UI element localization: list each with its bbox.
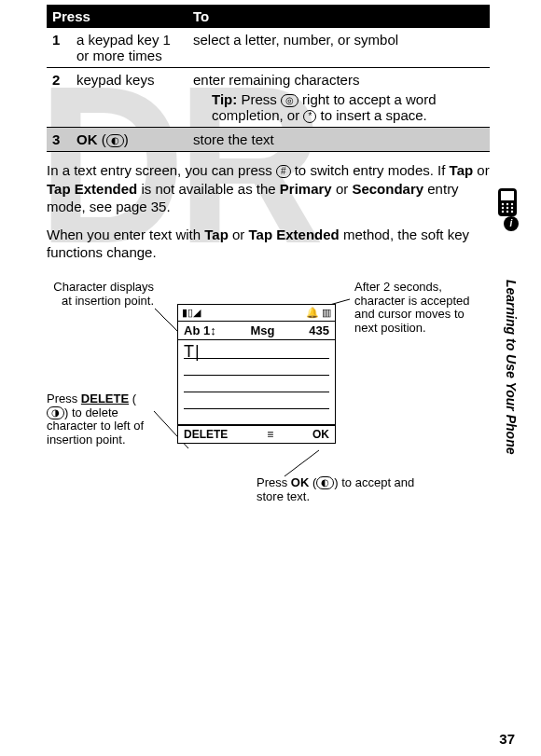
paragraph: When you enter text with Tap or Tap Exte… — [47, 226, 490, 262]
right-softkey-label: OK — [312, 428, 329, 441]
table-header-row: Press To — [47, 5, 490, 28]
tap-extended-label: Tap Extended — [249, 227, 340, 242]
to-text: enter remaining characters — [193, 72, 359, 88]
hash-key-icon: # — [276, 165, 291, 178]
text: ( — [129, 392, 136, 405]
status-bar: ▮▯◢ 🔔 ▥ — [178, 305, 335, 322]
primary-label: Primary — [280, 181, 332, 197]
text: Press — [47, 392, 81, 405]
to-cell: enter remaining characters Tip: Press ◎ … — [187, 68, 490, 128]
menu-softkey-icon: ≡ — [267, 428, 273, 441]
text: or — [229, 227, 249, 242]
press-cell: a keypad key 1 or more times — [71, 28, 187, 68]
press-cell: OK (◐) — [71, 128, 187, 152]
tip-label: Tip: — [212, 91, 237, 107]
header-to: To — [187, 5, 490, 28]
mode-icon: ↕ — [210, 323, 216, 337]
text: When you enter text with — [47, 227, 204, 242]
ring-icon: 🔔 — [306, 307, 319, 318]
nav-key-icon: ◎ — [281, 94, 298, 107]
paren: ( — [98, 131, 106, 147]
char-count: 435 — [309, 323, 329, 337]
right-softkey-icon: ◐ — [316, 476, 334, 489]
text: or — [332, 181, 353, 197]
text: or — [473, 162, 490, 178]
step-number: 1 — [47, 28, 71, 68]
table-row: 2 keypad keys enter remaining characters… — [47, 68, 490, 128]
mode-text: Ab 1 — [184, 323, 210, 337]
instructions-table: Press To 1 a keypad key 1 or more times … — [47, 5, 490, 152]
message-body: T| — [178, 340, 335, 424]
paren: ) — [124, 131, 129, 147]
step-number: 3 — [47, 128, 71, 152]
text: Press — [257, 475, 291, 489]
text: ( — [309, 475, 316, 489]
ok-label: OK — [76, 131, 98, 147]
callout-cursor-advance: After 2 seconds, character is accepted a… — [354, 281, 476, 337]
delete-label: DELETE — [81, 392, 129, 405]
svg-line-3 — [284, 450, 319, 476]
ok-label: OK — [291, 475, 310, 489]
right-softkey-icon: ◐ — [106, 134, 124, 147]
battery-icon: ▥ — [322, 307, 331, 318]
step-number: 2 — [47, 68, 71, 128]
tap-extended-label: Tap Extended — [47, 181, 137, 197]
figure-area: Character displays at insertion point. P… — [47, 281, 490, 560]
main-content: Press To 1 a keypad key 1 or more times … — [0, 0, 541, 560]
cursor: | — [195, 342, 201, 361]
text: is not available as the — [137, 181, 280, 197]
header-press: Press — [47, 5, 187, 28]
signal-icon: ▮▯◢ — [182, 307, 201, 319]
tap-label: Tap — [450, 162, 474, 178]
press-cell: keypad keys — [71, 68, 187, 128]
callout-insertion-point: Character displays at insertion point. — [47, 281, 154, 309]
softkey-bar: DELETE ≡ OK — [178, 424, 335, 443]
input-mode: Ab 1↕ — [184, 323, 216, 337]
typed-text: T — [184, 342, 195, 361]
page-number: 37 — [499, 731, 515, 747]
callout-delete-softkey: Press DELETE (◑) to delete character to … — [47, 392, 154, 448]
text: to switch entry modes. If — [291, 162, 450, 178]
status-icons: 🔔 ▥ — [306, 307, 331, 319]
text: In a text entry screen, you can press — [47, 162, 276, 178]
screen-title: Msg — [250, 323, 274, 337]
star-key-icon: * — [303, 110, 316, 123]
phone-screen: ▮▯◢ 🔔 ▥ Ab 1↕ Msg 435 T| — [177, 304, 336, 444]
left-softkey-icon: ◑ — [47, 406, 64, 419]
title-bar: Ab 1↕ Msg 435 — [178, 322, 335, 340]
to-cell: store the text — [187, 128, 490, 152]
secondary-label: Secondary — [352, 181, 423, 197]
tip-text: Press — [237, 91, 281, 107]
tip-text: to insert a space. — [316, 107, 426, 123]
callout-ok-softkey: Press OK (◐) to accept and store text. — [257, 476, 443, 504]
table-row: 1 a keypad key 1 or more times select a … — [47, 28, 490, 68]
tap-label: Tap — [204, 227, 229, 242]
to-cell: select a letter, number, or symbol — [187, 28, 490, 68]
paragraph: In a text entry screen, you can press # … — [47, 161, 490, 216]
table-row: 3 OK (◐) store the text — [47, 128, 490, 152]
left-softkey-label: DELETE — [184, 428, 228, 441]
